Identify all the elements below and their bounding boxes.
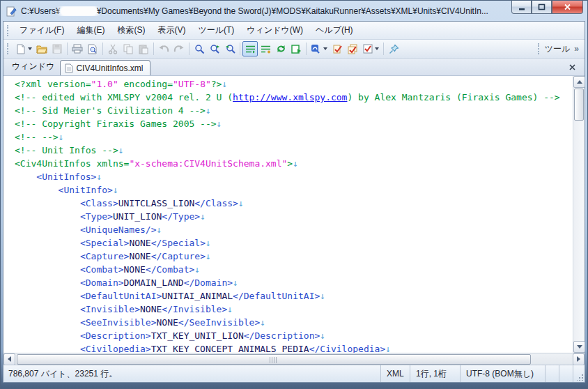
vertical-scrollbar[interactable] <box>573 76 585 353</box>
newline-mark: ↓ <box>320 291 325 301</box>
tools-toolbar-label[interactable]: ツール <box>545 43 571 55</box>
resize-grip[interactable] <box>573 365 585 382</box>
find-previous-button[interactable] <box>222 41 238 56</box>
menu-file[interactable]: ファイル(F) <box>13 22 70 39</box>
scroll-up-button[interactable] <box>573 76 585 88</box>
print-preview-button[interactable] <box>85 41 100 56</box>
compare-all-button[interactable] <box>345 41 360 56</box>
save-floppy-icon <box>52 44 62 54</box>
save-button[interactable] <box>49 41 65 56</box>
printer-icon <box>72 44 83 54</box>
newline-mark: ↓ <box>233 277 238 288</box>
newline-mark: ↓ <box>260 317 265 328</box>
cut-button[interactable] <box>105 41 121 56</box>
wrap-mode-4-button[interactable] <box>288 41 304 56</box>
paste-button[interactable] <box>136 41 151 56</box>
code-line: <UniqueNames/>↓ <box>15 223 573 236</box>
close-button[interactable] <box>552 1 583 14</box>
vertical-scroll-track[interactable] <box>573 121 585 341</box>
newline-mark: ↓ <box>113 185 118 195</box>
wrap-by-window-button[interactable] <box>242 41 258 56</box>
toolbar-grip-handle[interactable] <box>7 43 10 54</box>
status-empty-cell <box>546 365 559 382</box>
toolbar-separator <box>383 43 384 55</box>
menu-view[interactable]: 表示(V) <box>151 22 192 39</box>
toolbar-separator <box>153 43 154 55</box>
redo-button[interactable] <box>171 41 187 56</box>
code-line: <DefaultUnitAI>UNITAI_ANIMAL</DefaultUni… <box>15 289 573 303</box>
scroll-right-button[interactable] <box>573 353 585 365</box>
wrap-mode-2-button[interactable] <box>258 41 273 56</box>
compare-all-icon <box>347 44 358 54</box>
newline-mark: ↓ <box>320 330 325 341</box>
menu-search[interactable]: 検索(S) <box>111 22 151 39</box>
open-file-button[interactable] <box>34 41 49 56</box>
compare-button[interactable] <box>330 41 345 56</box>
horizontal-scroll-thumb[interactable] <box>17 354 531 365</box>
code-line: <Invisible>NONE</Invisible>↓ <box>15 303 573 316</box>
new-document-button[interactable] <box>13 41 34 56</box>
menu-window[interactable]: ウィンドウ(W) <box>240 22 309 39</box>
menu-tools[interactable]: ツール(T) <box>192 22 240 39</box>
newline-mark: ↓ <box>206 251 211 261</box>
print-button[interactable] <box>70 41 85 56</box>
newline-mark: ↓ <box>59 132 64 142</box>
find-next-button[interactable] <box>207 41 222 56</box>
copy-button[interactable] <box>121 41 136 56</box>
checkbox-icon <box>363 44 373 54</box>
option-check-button[interactable] <box>360 41 381 56</box>
code-line: <!-- Copyright Firaxis Games 2005 -->↓ <box>15 117 573 130</box>
pin-button[interactable] <box>386 41 401 56</box>
undo-arrow-icon <box>158 45 169 54</box>
content-row: <?xml version="1.0" encoding="UTF-8"?>↓<… <box>3 76 585 353</box>
code-line: <!-- Unit Infos -->↓ <box>15 144 573 157</box>
toolbar: ツール » <box>3 40 585 59</box>
tools-toolbar-grip-handle[interactable] <box>538 43 541 54</box>
title-bar[interactable]: C:¥Users¥¥Documents¥My Games¥Beyond the … <box>1 1 587 20</box>
code-line: <UnitInfo>↓ <box>15 183 573 197</box>
code-line: <Capture>NONE</Capture>↓ <box>15 250 573 263</box>
newline-mark: ↓ <box>206 105 211 116</box>
open-folder-icon <box>36 44 47 54</box>
compare-check-icon <box>332 44 343 54</box>
toolbar-separator <box>67 43 68 55</box>
new-document-dropdown-icon <box>28 47 32 50</box>
toolbar-separator <box>240 43 240 55</box>
code-line: <!-- -->↓ <box>15 130 573 144</box>
minimize-button[interactable] <box>511 1 532 14</box>
code-line: <?xml version="1.0" encoding="UTF-8"?>↓ <box>15 77 573 91</box>
client-area: ファイル(F) 編集(E) 検索(S) 表示(V) ツール(T) ウィンドウ(W… <box>3 21 585 383</box>
window-panel-label[interactable]: ウィンドウ <box>8 59 60 75</box>
newline-mark: ↓ <box>157 224 162 235</box>
status-cursor-position: 1行, 1桁 <box>410 365 461 382</box>
scroll-down-button[interactable] <box>573 341 585 353</box>
find-button[interactable] <box>192 41 207 56</box>
tab-close-button[interactable] <box>566 61 578 73</box>
find-previous-icon <box>225 44 235 54</box>
code-line: <Civ4UnitInfos xmlns="x-schema:CIV4UnitS… <box>15 157 573 170</box>
newline-mark: ↓ <box>96 171 102 182</box>
encoding-button[interactable] <box>309 41 330 56</box>
tab-civ4unitinfos[interactable]: CIV4UnitInfos.xml <box>60 60 150 75</box>
newline-mark: ↓ <box>222 79 227 89</box>
undo-button[interactable] <box>156 41 171 56</box>
app-window: C:¥Users¥¥Documents¥My Games¥Beyond the … <box>0 0 588 389</box>
wrap-window-icon <box>291 45 302 54</box>
newline-mark: ↓ <box>385 344 391 353</box>
refresh-arrows-icon <box>276 44 286 54</box>
editor-lines[interactable]: <?xml version="1.0" encoding="UTF-8"?>↓<… <box>3 76 573 353</box>
menubar-grip-handle[interactable] <box>7 25 10 36</box>
refresh-mode-button[interactable] <box>273 41 288 56</box>
menu-help[interactable]: ヘルプ(H) <box>309 22 359 39</box>
newline-mark: ↓ <box>194 264 200 275</box>
toolbar-overflow-chevron[interactable]: » <box>574 44 579 54</box>
scroll-left-button[interactable] <box>3 353 15 365</box>
horizontal-scrollbar[interactable] <box>3 353 585 365</box>
maximize-button[interactable] <box>532 1 552 14</box>
tab-label: CIV4UnitInfos.xml <box>76 63 143 73</box>
vertical-scroll-thumb[interactable] <box>574 89 584 121</box>
menu-edit[interactable]: 編集(E) <box>70 22 111 39</box>
right-arrow-icon <box>577 356 580 362</box>
code-line: <Domain>DOMAIN_LAND</Domain>↓ <box>15 276 573 289</box>
newline-mark: ↓ <box>238 198 244 208</box>
